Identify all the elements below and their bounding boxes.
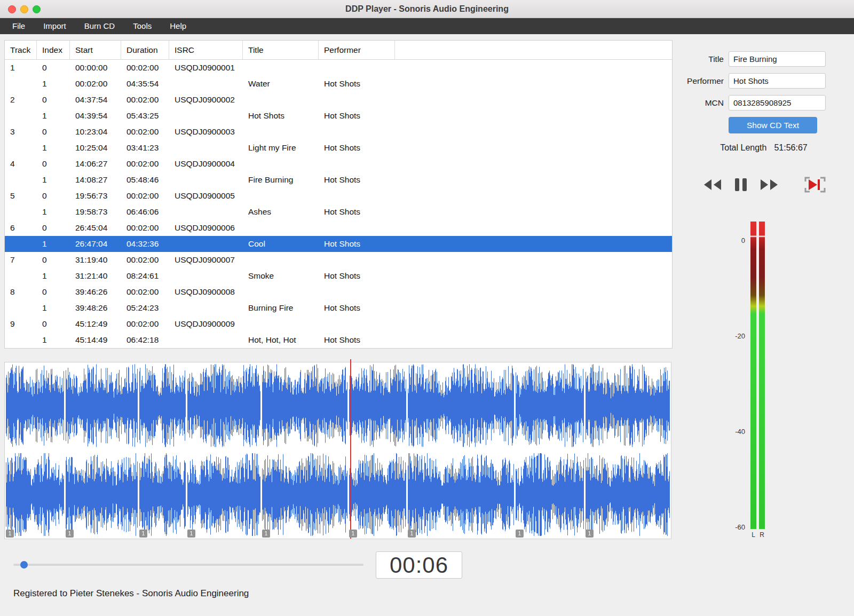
- waveform-canvas[interactable]: [5, 362, 671, 539]
- play-to-marker-button[interactable]: [804, 176, 826, 193]
- cell-start: 19:58:73: [70, 207, 121, 217]
- traffic-lights: [8, 5, 41, 13]
- cd-text-panel: Title Performer MCN Show CD Text Total L…: [677, 51, 851, 193]
- level-meter: 0-20-40-60 L R: [715, 222, 779, 542]
- menu-item-tools[interactable]: Tools: [124, 18, 161, 34]
- cell-duration: 06:46:06: [121, 207, 169, 217]
- seek-slider-thumb[interactable]: [20, 561, 28, 568]
- cell-performer: Hot Shots: [319, 303, 395, 313]
- cell-duration: 00:02:00: [121, 95, 169, 105]
- cell-duration: 00:02:00: [121, 223, 169, 233]
- table-row[interactable]: 8039:46:2600:02:00USQDJ0900008: [5, 284, 672, 300]
- cell-start: 39:48:26: [70, 303, 121, 313]
- table-row[interactable]: 7031:19:4000:02:00USQDJ0900007: [5, 252, 672, 268]
- playhead-cursor[interactable]: [350, 359, 351, 539]
- cell-title: Fire Burning: [243, 175, 319, 185]
- column-header-isrc[interactable]: ISRC: [169, 41, 243, 59]
- cell-duration: 08:24:61: [121, 271, 169, 281]
- rewind-icon: [702, 178, 723, 191]
- table-row[interactable]: 1000:00:0000:02:00USQDJ0900001: [5, 60, 672, 76]
- cell-performer: Hot Shots: [319, 79, 395, 89]
- table-row[interactable]: 139:48:2605:24:23Burning FireHot Shots: [5, 300, 672, 316]
- total-length-label: Total Length: [720, 143, 766, 153]
- menu-bar: FileImportBurn CDToolsHelp: [0, 18, 854, 34]
- table-row[interactable]: 100:02:0004:35:54WaterHot Shots: [5, 76, 672, 92]
- table-row[interactable]: 119:58:7306:46:06AshesHot Shots: [5, 204, 672, 220]
- cell-duration: 04:35:54: [121, 79, 169, 89]
- menu-item-burn-cd[interactable]: Burn CD: [75, 18, 124, 34]
- table-row[interactable]: 145:14:4906:42:18Hot, Hot, HotHot Shots: [5, 332, 672, 348]
- column-header-duration[interactable]: Duration: [121, 41, 169, 59]
- cell-index: 1: [37, 79, 70, 89]
- cell-duration: 00:02:00: [121, 287, 169, 297]
- table-row[interactable]: 3010:23:0400:02:00USQDJ0900003: [5, 124, 672, 140]
- cell-index: 1: [37, 271, 70, 281]
- track-table-header: TrackIndexStartDurationISRCTitlePerforme…: [5, 41, 672, 60]
- table-row[interactable]: 104:39:5405:43:25Hot ShotsHot Shots: [5, 108, 672, 124]
- cell-start: 45:12:49: [70, 319, 121, 329]
- table-row[interactable]: 9045:12:4900:02:00USQDJ0900009: [5, 316, 672, 332]
- meter-tick-label: -40: [735, 427, 745, 435]
- column-header-start[interactable]: Start: [70, 41, 121, 59]
- cell-index: 0: [37, 287, 70, 297]
- cell-duration: 00:02:00: [121, 159, 169, 169]
- cell-performer: Hot Shots: [319, 175, 395, 185]
- cell-index: 1: [37, 207, 70, 217]
- rewind-button[interactable]: [702, 178, 723, 191]
- table-row[interactable]: 114:08:2705:48:46Fire BurningHot Shots: [5, 172, 672, 188]
- track-start-marker: 1: [6, 530, 14, 538]
- seek-slider[interactable]: [13, 560, 363, 569]
- cell-duration: 04:32:36: [121, 239, 169, 249]
- menu-item-help[interactable]: Help: [161, 18, 195, 34]
- registration-status: Registered to Pieter Stenekes - Sonoris …: [13, 588, 249, 599]
- cell-track: 9: [5, 319, 37, 329]
- cell-title: Ashes: [243, 207, 319, 217]
- table-row[interactable]: 131:21:4008:24:61SmokeHot Shots: [5, 268, 672, 284]
- cell-start: 00:00:00: [70, 63, 121, 73]
- track-start-marker: 1: [262, 530, 270, 538]
- fast-forward-icon: [758, 178, 780, 191]
- pause-icon: [734, 177, 748, 192]
- meter-tick-label: 0: [741, 236, 745, 244]
- cell-performer: Hot Shots: [319, 239, 395, 249]
- seek-slider-track[interactable]: [13, 564, 363, 566]
- cell-index: 0: [37, 255, 70, 265]
- table-row[interactable]: 6026:45:0400:02:00USQDJ0900006: [5, 220, 672, 236]
- column-header-track[interactable]: Track: [5, 41, 37, 59]
- table-row[interactable]: 2004:37:5400:02:00USQDJ0900002: [5, 92, 672, 108]
- cell-isrc: USQDJ0900006: [169, 223, 243, 233]
- cell-track: 6: [5, 223, 37, 233]
- cell-track: 1: [5, 63, 37, 73]
- mcn-field-label: MCN: [677, 98, 724, 108]
- zoom-button[interactable]: [33, 5, 41, 13]
- cell-performer: Hot Shots: [319, 111, 395, 121]
- cell-track: 7: [5, 255, 37, 265]
- column-header-index[interactable]: Index: [37, 41, 70, 59]
- menu-item-import[interactable]: Import: [34, 18, 75, 34]
- table-row[interactable]: 110:25:0403:41:23Light my FireHot Shots: [5, 140, 672, 156]
- table-row[interactable]: 4014:06:2700:02:00USQDJ0900004: [5, 156, 672, 172]
- table-row[interactable]: 5019:56:7300:02:00USQDJ0900005: [5, 188, 672, 204]
- minimize-button[interactable]: [20, 5, 28, 13]
- close-button[interactable]: [8, 5, 16, 13]
- title-field[interactable]: [729, 51, 826, 67]
- waveform-display[interactable]: 111111111: [4, 362, 671, 539]
- mcn-field[interactable]: [729, 95, 826, 110]
- fast-forward-button[interactable]: [758, 178, 780, 191]
- pause-button[interactable]: [734, 177, 748, 192]
- cell-start: 14:06:27: [70, 159, 121, 169]
- cell-track: 5: [5, 191, 37, 201]
- cell-index: 0: [37, 63, 70, 73]
- cell-index: 0: [37, 319, 70, 329]
- track-start-marker: 1: [408, 530, 416, 538]
- menu-item-file[interactable]: File: [3, 18, 34, 34]
- time-display: 00:06: [376, 551, 462, 579]
- column-header-performer[interactable]: Performer: [319, 41, 395, 59]
- column-header-title[interactable]: Title: [243, 41, 319, 59]
- title-field-label: Title: [677, 54, 724, 64]
- performer-field[interactable]: [729, 73, 826, 89]
- cell-performer: Hot Shots: [319, 271, 395, 281]
- table-row[interactable]: 126:47:0404:32:36CoolHot Shots: [5, 236, 672, 252]
- level-meter-right-bar: [759, 222, 765, 529]
- show-cd-text-button[interactable]: Show CD Text: [729, 117, 817, 133]
